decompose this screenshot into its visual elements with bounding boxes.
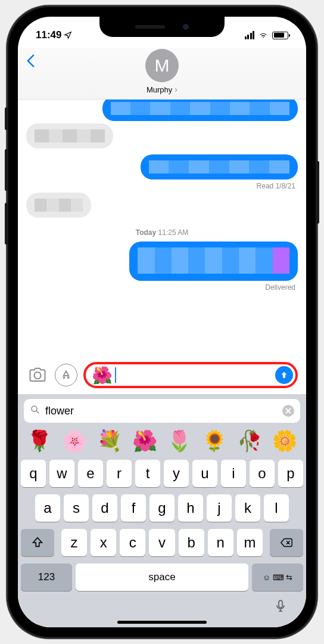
clear-search-button[interactable] — [282, 405, 294, 417]
key-y[interactable]: y — [164, 460, 189, 487]
status-right — [245, 31, 289, 39]
input-mode-key[interactable]: ☺ ⌨ ⇆ — [252, 564, 303, 591]
key-u[interactable]: u — [192, 460, 217, 487]
close-icon — [285, 408, 291, 414]
sent-message[interactable] — [141, 154, 298, 179]
compose-row: 🌺 — [18, 358, 306, 394]
contact-name[interactable]: Murphy — [147, 85, 177, 94]
key-a[interactable]: a — [35, 494, 60, 522]
key-m[interactable]: m — [237, 529, 263, 556]
key-n[interactable]: n — [208, 529, 233, 556]
key-k[interactable]: k — [235, 494, 260, 522]
camera-icon — [29, 366, 46, 384]
message-input[interactable]: 🌺 — [83, 362, 298, 388]
emoji-result[interactable]: 🌸 — [61, 429, 88, 453]
shift-icon — [31, 536, 44, 549]
key-s[interactable]: s — [64, 494, 89, 522]
svg-rect-2 — [279, 600, 282, 608]
key-z[interactable]: z — [61, 529, 87, 556]
svg-point-0 — [32, 406, 37, 411]
emoji-result[interactable]: 🥀 — [236, 429, 263, 453]
dictation-icon[interactable] — [273, 599, 288, 613]
key-h[interactable]: h — [178, 494, 203, 522]
home-indicator[interactable] — [117, 621, 207, 624]
key-f[interactable]: f — [121, 494, 146, 522]
status-time: 11:49 — [36, 29, 61, 41]
key-p[interactable]: p — [278, 460, 303, 487]
location-arrow-icon — [64, 31, 72, 39]
text-cursor — [115, 367, 116, 383]
numbers-key[interactable]: 123 — [21, 564, 72, 591]
read-receipt: Read 1/8/21 — [29, 182, 295, 190]
key-q[interactable]: q — [21, 460, 46, 487]
key-l[interactable]: l — [264, 494, 289, 522]
search-icon — [30, 404, 40, 418]
emoji-result[interactable]: 🌷 — [166, 429, 192, 453]
cellular-signal-icon — [245, 31, 255, 39]
emoji-results-row: 🌹🌸💐🌺🌷🌻🥀🌼 — [18, 426, 306, 457]
emoji-result[interactable]: 🌼 — [272, 429, 298, 453]
key-o[interactable]: o — [250, 460, 275, 487]
key-e[interactable]: e — [78, 460, 103, 487]
emoji-result[interactable]: 🌻 — [201, 429, 228, 453]
wifi-icon — [258, 31, 269, 39]
composed-emoji: 🌺 — [92, 366, 113, 385]
shift-key[interactable] — [21, 529, 54, 556]
svg-line-1 — [36, 411, 39, 413]
sent-message[interactable] — [129, 242, 298, 281]
received-message[interactable] — [26, 123, 113, 148]
emoji-result[interactable]: 🌹 — [26, 429, 52, 453]
timestamp-separator: Today 11:25 AM — [26, 228, 298, 237]
keyboard-area: 🌹🌸💐🌺🌷🌻🥀🌼 qwertyuiop asdfghjkl zxcvbnm 12… — [18, 394, 306, 627]
key-b[interactable]: b — [179, 529, 204, 556]
delivered-label: Delivered — [29, 283, 295, 292]
key-t[interactable]: t — [135, 460, 160, 487]
emoji-search-bar[interactable] — [24, 399, 300, 423]
space-key[interactable]: space — [76, 564, 248, 591]
camera-button[interactable] — [26, 364, 49, 386]
conversation-header: M Murphy — [18, 48, 306, 100]
back-button[interactable] — [27, 54, 40, 68]
sent-message[interactable] — [102, 100, 298, 121]
key-x[interactable]: x — [91, 529, 116, 556]
backspace-icon — [280, 536, 293, 549]
send-button[interactable] — [275, 366, 293, 384]
received-message[interactable] — [26, 193, 91, 218]
emoji-result[interactable]: 💐 — [96, 429, 123, 453]
emoji-result[interactable]: 🌺 — [132, 429, 158, 453]
key-j[interactable]: j — [207, 494, 232, 522]
arrow-up-icon — [279, 370, 289, 380]
keyboard: qwertyuiop asdfghjkl zxcvbnm 123 space ☺… — [18, 457, 306, 624]
emoji-globe-icon: ☺ ⌨ ⇆ — [263, 573, 293, 582]
backspace-key[interactable] — [270, 529, 303, 556]
app-store-icon — [60, 369, 72, 381]
key-r[interactable]: r — [107, 460, 132, 487]
key-c[interactable]: c — [120, 529, 145, 556]
messages-list[interactable]: Read 1/8/21 Today 11:25 AM Delivered — [18, 100, 306, 358]
key-g[interactable]: g — [149, 494, 175, 522]
emoji-search-input[interactable] — [45, 405, 278, 417]
contact-avatar[interactable]: M — [145, 49, 179, 82]
battery-icon — [272, 32, 288, 39]
key-d[interactable]: d — [92, 494, 117, 522]
key-v[interactable]: v — [149, 529, 175, 556]
key-i[interactable]: i — [221, 460, 246, 487]
key-w[interactable]: w — [49, 460, 74, 487]
app-store-button[interactable] — [55, 364, 77, 386]
